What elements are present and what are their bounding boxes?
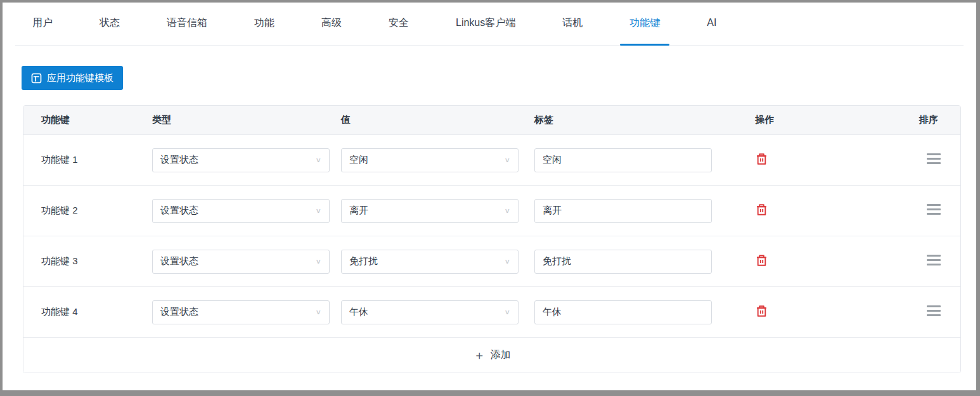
label-input[interactable]	[534, 148, 712, 172]
value-select[interactable]: 空闲 ∨	[341, 148, 519, 172]
type-select-value: 设置状态	[160, 255, 198, 267]
function-key-table: 功能键 类型 值 标签 操作 排序 功能键 1 设置状态 ∨ 空闲 ∨	[23, 105, 961, 373]
type-select[interactable]: 设置状态 ∨	[152, 300, 330, 324]
drag-handle[interactable]	[927, 303, 941, 319]
chevron-down-icon: ∨	[315, 309, 321, 316]
template-icon	[31, 73, 42, 84]
toolbar: 应用功能键模板	[3, 46, 976, 90]
tab-advanced[interactable]: 高级	[320, 3, 343, 46]
chevron-down-icon: ∨	[504, 309, 510, 316]
value-select-value: 空闲	[349, 154, 368, 166]
apply-function-key-template-button[interactable]: 应用功能键模板	[22, 66, 123, 90]
tab-linkus-clients[interactable]: Linkus客户端	[455, 3, 517, 46]
value-select[interactable]: 免打扰 ∨	[341, 250, 519, 274]
add-label: 添加	[491, 348, 511, 362]
value-select-value: 离开	[349, 205, 368, 217]
chevron-down-icon: ∨	[504, 258, 510, 265]
table-header-row: 功能键 类型 值 标签 操作 排序	[23, 106, 960, 134]
delete-button[interactable]	[755, 304, 768, 318]
header-type: 类型	[152, 114, 341, 126]
apply-template-label: 应用功能键模板	[47, 72, 113, 84]
table-row: 功能键 4 设置状态 ∨ 午休 ∨	[23, 286, 960, 337]
chevron-down-icon: ∨	[315, 258, 321, 265]
function-key-settings-page: 用户 状态 语音信箱 功能 高级 安全 Linkus客户端 话机 功能键 AI …	[3, 3, 976, 390]
header-value: 值	[341, 114, 534, 126]
label-input[interactable]	[534, 199, 712, 223]
type-select-value: 设置状态	[160, 306, 198, 318]
label-input[interactable]	[534, 300, 712, 324]
type-select[interactable]: 设置状态 ∨	[152, 148, 330, 172]
function-key-name: 功能键 1	[23, 154, 152, 166]
delete-button[interactable]	[755, 253, 768, 267]
drag-handle[interactable]	[927, 252, 941, 268]
tab-security[interactable]: 安全	[387, 3, 410, 46]
value-select[interactable]: 离开 ∨	[341, 199, 519, 223]
settings-tabbar: 用户 状态 语音信箱 功能 高级 安全 Linkus客户端 话机 功能键 AI	[15, 3, 964, 46]
add-function-key-button[interactable]: ＋ 添加	[23, 337, 960, 373]
table-row: 功能键 2 设置状态 ∨ 离开 ∨	[23, 185, 960, 236]
type-select-value: 设置状态	[160, 154, 198, 166]
value-select-value: 免打扰	[349, 255, 378, 267]
function-key-name: 功能键 3	[23, 255, 152, 267]
type-select[interactable]: 设置状态 ∨	[152, 199, 330, 223]
chevron-down-icon: ∨	[315, 156, 321, 164]
tab-function-keys[interactable]: 功能键	[628, 3, 661, 46]
tab-ai[interactable]: AI	[706, 3, 718, 46]
type-select-value: 设置状态	[160, 205, 198, 217]
function-key-name: 功能键 4	[23, 306, 152, 318]
header-label: 标签	[534, 114, 725, 126]
tab-features[interactable]: 功能	[253, 3, 276, 46]
tab-status[interactable]: 状态	[98, 3, 121, 46]
function-key-name: 功能键 2	[23, 205, 152, 217]
chevron-down-icon: ∨	[504, 156, 510, 164]
header-sort: 排序	[919, 114, 960, 126]
header-function-key: 功能键	[23, 114, 152, 126]
table-row: 功能键 3 设置状态 ∨ 免打扰 ∨	[23, 236, 960, 286]
label-input[interactable]	[534, 250, 712, 274]
table-row: 功能键 1 设置状态 ∨ 空闲 ∨	[23, 134, 960, 185]
delete-button[interactable]	[755, 203, 768, 217]
plus-icon: ＋	[474, 349, 486, 361]
header-operations: 操作	[725, 114, 919, 126]
tab-phones[interactable]: 话机	[561, 3, 584, 46]
delete-button[interactable]	[755, 152, 768, 166]
value-select[interactable]: 午休 ∨	[341, 300, 519, 324]
value-select-value: 午休	[349, 306, 368, 318]
tab-voicemail[interactable]: 语音信箱	[165, 3, 209, 46]
type-select[interactable]: 设置状态 ∨	[152, 250, 330, 274]
chevron-down-icon: ∨	[315, 207, 321, 215]
drag-handle[interactable]	[927, 151, 941, 167]
drag-handle[interactable]	[927, 201, 941, 217]
chevron-down-icon: ∨	[504, 207, 510, 215]
tab-users[interactable]: 用户	[31, 3, 54, 46]
